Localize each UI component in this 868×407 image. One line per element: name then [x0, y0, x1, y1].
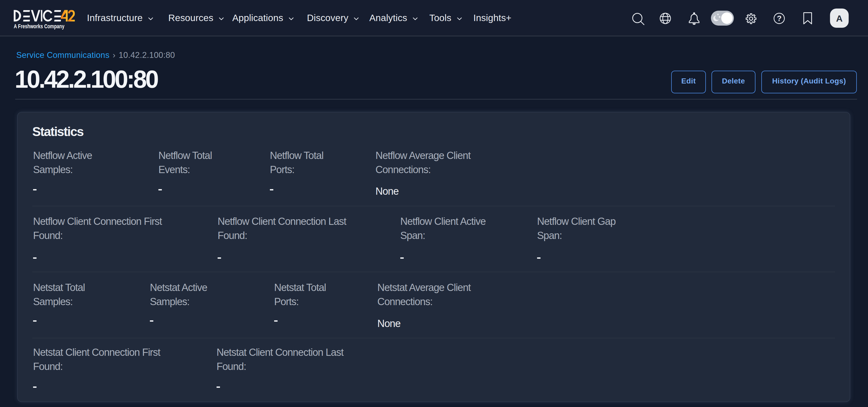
svg-text:A Freshworks Company: A Freshworks Company — [14, 23, 65, 30]
svg-text:?: ? — [777, 14, 782, 23]
svg-text:A: A — [836, 13, 843, 24]
